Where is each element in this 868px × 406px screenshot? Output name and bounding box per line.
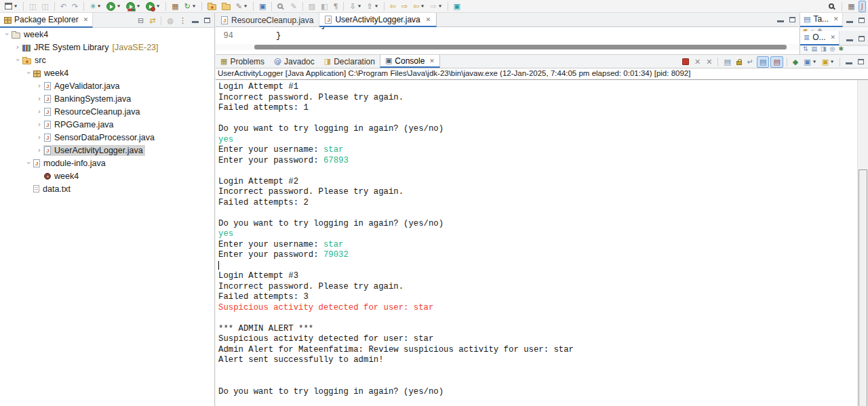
dropdown-caret[interactable]: ▼ [243, 4, 248, 8]
open-new-window-button[interactable]: ▣ [452, 1, 462, 12]
close-icon[interactable]: ✕ [833, 16, 839, 22]
open-resource-button[interactable] [220, 1, 233, 12]
tree-item-rpggame-java[interactable]: ›RPGGame.java [0, 118, 214, 131]
annotate-button[interactable]: ✎▼ [234, 1, 250, 12]
dropdown-caret[interactable]: ▼ [437, 4, 442, 8]
open-perspective-button[interactable]: ▦ [846, 1, 856, 12]
back-history-button[interactable]: ⇦▼ [411, 1, 427, 12]
collapse-all-button[interactable]: ⊟ [136, 15, 146, 26]
save-button[interactable]: ◫ [27, 1, 38, 12]
tree-item-resourcecleanup-java[interactable]: ›ResourceCleanup.java [0, 105, 214, 118]
remove-all-launches-button[interactable]: ✕ [704, 56, 714, 68]
tree-item-data-txt[interactable]: data.txt [0, 182, 214, 195]
tree-item-sensordataprocessor-java[interactable]: ›SensorDataProcessor.java [0, 131, 214, 144]
dropdown-caret[interactable]: ▼ [812, 60, 816, 64]
filters-button[interactable]: ◍ [165, 15, 176, 26]
scrollbar-thumb[interactable] [254, 45, 787, 49]
pin-console-button[interactable]: ◆ [791, 56, 800, 68]
collapse-arrow-icon[interactable]: › [3, 31, 12, 39]
dropdown-caret[interactable]: ▼ [136, 4, 141, 8]
outline-toolbar-icon-2[interactable]: ◨ [821, 46, 827, 52]
expand-arrow-icon[interactable]: › [35, 107, 43, 116]
java-project-button[interactable]: ▦ [170, 1, 180, 12]
show-stdout-toggle[interactable]: ▤ [757, 56, 769, 68]
editor-horizontal-scrollbar[interactable] [216, 44, 799, 50]
minimize-task-list-button[interactable] [844, 15, 855, 26]
maximize-outline-button[interactable] [856, 33, 867, 44]
new-wizard-button[interactable]: ▼ [3, 1, 20, 12]
outline-toolbar-icon-1[interactable]: ▤ [812, 46, 818, 52]
dropdown-caret[interactable]: ▼ [420, 4, 425, 8]
display-selected-console-button[interactable]: ▣▼ [802, 56, 818, 68]
run-button[interactable]: ▼ [104, 1, 123, 12]
collapse-arrow-icon[interactable]: › [24, 69, 33, 77]
tree-item-jre-system-library[interactable]: ›JRE System Library [JavaSE-23] [0, 41, 214, 54]
dropdown-caret[interactable]: ▼ [13, 4, 18, 8]
close-icon[interactable]: ✕ [83, 16, 89, 23]
close-icon[interactable]: ✕ [429, 58, 435, 64]
outline-toolbar-icon-0[interactable]: ⇅ [803, 46, 808, 52]
link-with-editor-button[interactable]: ⇄ [147, 15, 157, 26]
launch-config-button[interactable]: ✳▼ [87, 1, 103, 12]
minimize-outline-button[interactable] [844, 33, 855, 44]
close-icon[interactable]: ✕ [426, 16, 431, 23]
pin-button[interactable]: ✎ [288, 1, 298, 12]
tree-item-week4[interactable]: ›week4 [0, 28, 214, 41]
inspect-button[interactable] [275, 1, 287, 12]
dropdown-caret[interactable]: ▼ [97, 4, 102, 8]
editor-content[interactable]: } 94 } [216, 27, 799, 43]
maximize-view-button[interactable] [202, 15, 212, 26]
minimize-view-button[interactable] [190, 15, 201, 26]
tab-outline[interactable]: ≣ O... ✕ [800, 31, 840, 45]
tab-task-list[interactable]: ▤ Ta... ✕ [800, 13, 843, 27]
scrollbar-thumb[interactable] [859, 169, 867, 406]
tree-item-week4[interactable]: week4 [0, 169, 214, 182]
expand-arrow-icon[interactable]: › [35, 94, 43, 103]
tab-declaration[interactable]: ◨Declaration [319, 55, 380, 68]
dropdown-caret[interactable]: ▼ [357, 4, 361, 8]
console-view-button[interactable]: ▣ [257, 1, 268, 12]
undo-button[interactable]: ↶ [58, 1, 68, 12]
external-tools-button[interactable]: ↻▼ [182, 1, 198, 12]
maximize-console-button[interactable] [856, 56, 866, 68]
collapse-arrow-icon[interactable]: › [14, 56, 22, 64]
dropdown-caret[interactable]: ▼ [191, 4, 196, 8]
last-edit-back-button[interactable]: ⇦ [388, 1, 398, 12]
java-perspective-button[interactable]: J [859, 1, 866, 12]
tree-item-useractivitylogger-java[interactable]: ›UserActivityLogger.java [0, 144, 214, 157]
remove-launch-button[interactable]: ✕ [692, 56, 703, 68]
expand-arrow-icon[interactable]: › [35, 133, 43, 142]
profile-button[interactable]: ▼ [144, 1, 162, 12]
dropdown-caret[interactable]: ▼ [156, 4, 161, 8]
console-output[interactable]: Login Attempt #1Incorrect password. Plea… [216, 81, 857, 406]
dropdown-caret[interactable]: ▼ [374, 4, 378, 8]
expand-arrow-icon[interactable]: › [35, 81, 43, 90]
expand-arrow-icon[interactable]: › [35, 120, 43, 129]
forward-history-button[interactable]: ⇨▼ [428, 1, 443, 12]
next-annotation-button[interactable]: ⇩▼ [347, 1, 363, 12]
tab-console[interactable]: ▣Console✕ [380, 55, 440, 68]
mark-occurrences-button[interactable]: ▨ [307, 1, 317, 12]
tree-item-agevalidator-java[interactable]: ›AgeValidator.java [0, 79, 214, 92]
search-button[interactable] [827, 1, 838, 12]
redo-button[interactable]: ↷ [70, 1, 80, 12]
tab-resourcecleanup-java[interactable]: ResourceCleanup.java [216, 13, 319, 27]
terminate-button[interactable] [680, 56, 691, 68]
collapse-arrow-icon[interactable]: › [24, 159, 33, 167]
word-wrap-button[interactable]: ↵ [745, 56, 755, 68]
tab-useractivitylogger-java[interactable]: UserActivityLogger.java✕ [319, 13, 437, 27]
last-edit-forward-button[interactable]: ⇨ [399, 1, 410, 12]
console-vertical-scrollbar[interactable] [857, 80, 868, 406]
tree-item-week4[interactable]: ›week4 [0, 66, 214, 79]
tab-package-explorer[interactable]: Package Explorer ✕ [0, 13, 93, 28]
open-type-button[interactable] [205, 1, 218, 12]
tab-javadoc[interactable]: @Javadoc [269, 55, 319, 68]
close-icon[interactable]: ✕ [831, 34, 836, 41]
outline-toolbar-icon-4[interactable]: ✱ [838, 46, 844, 52]
show-source-button[interactable]: ◧ [319, 1, 330, 12]
outline-toolbar-icon-3[interactable]: ◎ [830, 46, 835, 52]
dropdown-caret[interactable]: ▼ [117, 4, 121, 8]
tree-item-module-info-java[interactable]: ›module-info.java [0, 157, 214, 169]
expand-arrow-icon[interactable]: › [14, 43, 22, 52]
dropdown-caret[interactable]: ▼ [829, 60, 834, 64]
